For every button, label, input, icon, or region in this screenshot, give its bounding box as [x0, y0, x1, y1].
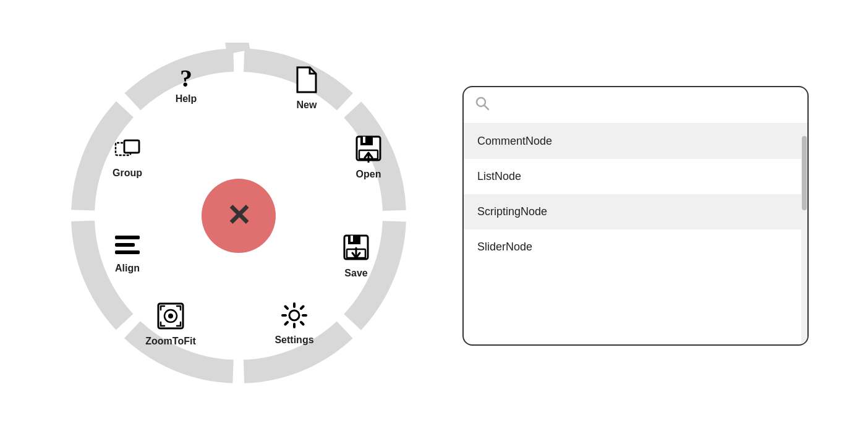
zoomtofit-icon	[157, 302, 184, 333]
scrollbar-thumb[interactable]	[802, 136, 807, 210]
svg-point-9	[289, 310, 299, 320]
save-icon	[343, 234, 369, 265]
radial-menu: ✕ ? Help New	[59, 36, 418, 395]
new-file-icon	[295, 66, 318, 97]
open-label: Open	[356, 169, 381, 180]
close-icon: ✕	[226, 201, 251, 231]
zoomtofit-label: ZoomToFit	[145, 336, 195, 347]
svg-line-20	[485, 105, 489, 109]
svg-rect-13	[115, 236, 140, 239]
align-icon	[115, 234, 140, 260]
radial-item-group[interactable]: Group	[96, 135, 158, 179]
search-bar	[464, 87, 807, 124]
align-label: Align	[115, 263, 140, 274]
svg-rect-17	[124, 140, 139, 153]
radial-item-new[interactable]: New	[276, 66, 338, 111]
svg-rect-2	[360, 137, 373, 145]
close-button[interactable]: ✕	[202, 179, 276, 253]
scrollbar-track	[801, 124, 807, 344]
svg-point-12	[168, 314, 173, 318]
node-list-items: CommentNode ListNode ScriptingNode Slide…	[464, 124, 801, 344]
help-label: Help	[176, 93, 197, 105]
node-item-list[interactable]: ListNode	[464, 159, 801, 194]
new-label: New	[297, 100, 317, 111]
radial-item-help[interactable]: ? Help	[155, 66, 217, 105]
open-icon	[355, 135, 381, 166]
search-input[interactable]	[496, 98, 796, 111]
radial-item-settings[interactable]: Settings	[263, 302, 325, 346]
radial-item-zoomtofit[interactable]: ZoomToFit	[140, 302, 202, 347]
settings-icon	[281, 302, 307, 332]
radial-item-open[interactable]: Open	[338, 135, 399, 180]
node-list-panel: CommentNode ListNode ScriptingNode Slide…	[462, 86, 809, 346]
help-icon: ?	[180, 66, 192, 91]
svg-rect-3	[363, 137, 365, 143]
svg-rect-6	[348, 236, 360, 244]
svg-rect-7	[351, 236, 353, 242]
node-item-slider[interactable]: SliderNode	[464, 229, 801, 265]
main-container: ✕ ? Help New	[0, 0, 868, 431]
svg-rect-14	[115, 243, 135, 247]
save-label: Save	[344, 268, 367, 279]
search-icon	[475, 96, 490, 114]
group-icon	[114, 135, 140, 165]
radial-item-align[interactable]: Align	[96, 234, 158, 274]
svg-rect-15	[115, 250, 140, 254]
node-item-comment[interactable]: CommentNode	[464, 124, 801, 159]
group-label: Group	[113, 168, 142, 179]
settings-label: Settings	[274, 335, 313, 346]
node-list-body: CommentNode ListNode ScriptingNode Slide…	[464, 124, 807, 344]
radial-item-save[interactable]: Save	[325, 234, 387, 279]
node-item-scripting[interactable]: ScriptingNode	[464, 194, 801, 229]
